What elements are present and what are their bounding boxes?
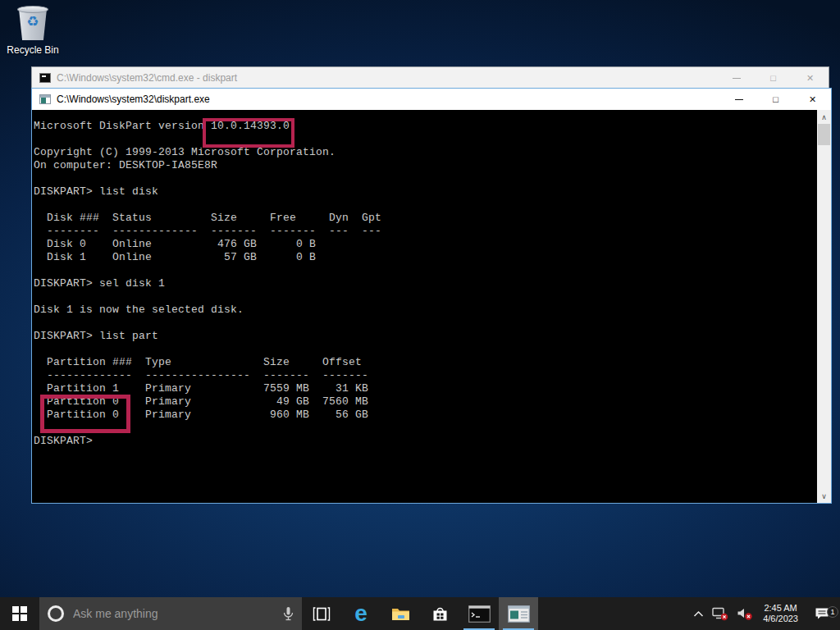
taskbar: e	[0, 597, 840, 630]
diskpart-minimize-button[interactable]	[720, 89, 757, 110]
taskbar-item-store[interactable]	[420, 597, 459, 630]
minimize-icon	[735, 99, 743, 100]
tray-time: 2:45 AM	[763, 603, 798, 614]
recycle-bin-icon: ♻	[16, 5, 49, 43]
cmd-maximize-button[interactable]: □	[755, 67, 792, 89]
tray-overflow-button[interactable]	[689, 597, 708, 630]
store-icon	[431, 605, 449, 622]
scrollbar-thumb[interactable]	[818, 124, 830, 145]
network-status-button[interactable]	[708, 597, 733, 630]
clock[interactable]: 2:45 AM 4/6/2023	[757, 597, 804, 630]
cortana-icon	[48, 605, 64, 622]
notification-badge: 1	[827, 606, 838, 618]
diskpart-window-title: C:\Windows\system32\diskpart.exe	[57, 94, 720, 105]
annotation-box-partitions	[40, 395, 130, 433]
volume-muted-icon	[737, 607, 753, 621]
task-view-button[interactable]	[302, 597, 341, 630]
windows-logo-icon	[12, 606, 27, 621]
minimize-icon	[733, 78, 741, 79]
diskpart-close-button[interactable]: ✕	[794, 89, 831, 110]
taskbar-item-cmd[interactable]	[459, 597, 499, 630]
taskbar-item-edge[interactable]: e	[341, 597, 381, 630]
taskbar-item-diskpart-active[interactable]	[499, 597, 538, 630]
recycle-bin[interactable]: ♻ Recycle Bin	[7, 5, 59, 56]
recycle-bin-label: Recycle Bin	[7, 44, 59, 56]
cmd-minimize-button[interactable]	[718, 67, 755, 89]
microphone-icon[interactable]	[283, 606, 294, 622]
cmd-taskbar-icon	[468, 605, 491, 623]
diskpart-taskbar-icon	[508, 605, 530, 623]
start-button[interactable]	[0, 597, 39, 630]
recycle-bin-rim	[17, 6, 48, 13]
tray-date: 4/6/2023	[763, 614, 798, 624]
cmd-window-titlebar[interactable]: C:\Windows\system32\cmd.exe - diskpart □…	[31, 66, 829, 89]
chevron-up-icon	[693, 610, 704, 618]
edge-icon: e	[354, 602, 368, 625]
cmd-close-button[interactable]: ✕	[792, 67, 829, 89]
annotation-box-version	[203, 118, 294, 148]
console-viewport[interactable]: Microsoft DiskPart version 10.0.14393.0 …	[32, 110, 831, 503]
scroll-down-icon[interactable]: ∨	[817, 489, 831, 503]
volume-button[interactable]	[733, 597, 757, 630]
recycle-symbol-icon: ♻	[16, 15, 49, 29]
task-view-icon	[313, 607, 331, 621]
diskpart-window: C:\Windows\system32\diskpart.exe □ ✕ Mic…	[31, 88, 832, 504]
network-disconnected-icon	[712, 607, 728, 621]
diskpart-maximize-button[interactable]: □	[757, 89, 794, 110]
cmd-icon	[39, 73, 51, 83]
action-center-button[interactable]: 1	[804, 607, 840, 620]
diskpart-window-titlebar[interactable]: C:\Windows\system32\diskpart.exe □ ✕	[32, 89, 831, 110]
cmd-window-title: C:\Windows\system32\cmd.exe - diskpart	[57, 72, 718, 84]
diskpart-icon	[39, 94, 51, 104]
system-tray: 2:45 AM 4/6/2023 1	[689, 597, 840, 630]
console-scrollbar[interactable]: ∧ ∨	[817, 110, 831, 503]
search-input[interactable]	[71, 606, 276, 621]
scroll-up-icon[interactable]: ∧	[817, 110, 831, 124]
taskbar-item-file-explorer[interactable]	[381, 597, 420, 630]
cortana-search-box[interactable]	[39, 597, 302, 630]
file-explorer-icon	[391, 606, 410, 621]
